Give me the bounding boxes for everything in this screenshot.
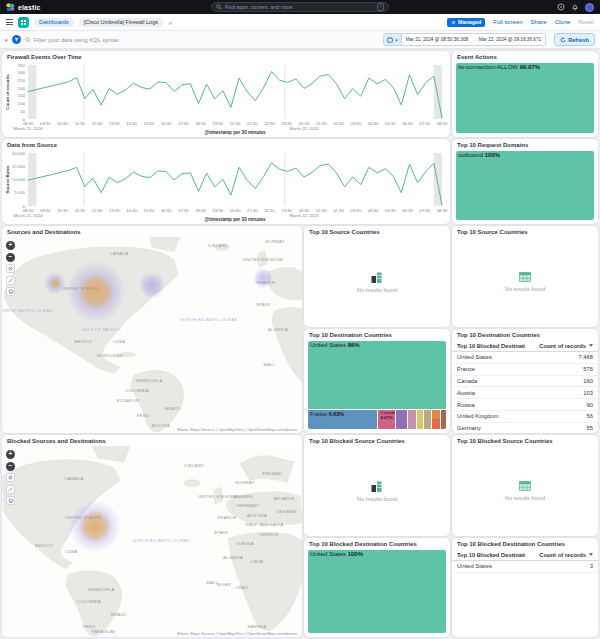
table-header-country[interactable]: Top 10 Blocked Destination C [452, 549, 525, 561]
notifications-bell-icon[interactable] [571, 3, 579, 11]
treemap-cell-outbound[interactable]: outbound 100% [456, 151, 594, 220]
treemap-cell[interactable] [432, 410, 440, 429]
panel-firewall-events-over-time: Firewall Events Over Time 05010015020025… [2, 51, 450, 137]
request-domains-treemap[interactable]: outbound 100% [456, 151, 594, 220]
table-cell-country: Russia [452, 399, 525, 411]
treemap-cell-fw-connection-allow[interactable]: fw-connection-ALLOW 99.97% [456, 63, 594, 133]
panel-title[interactable]: Data from Source [2, 139, 450, 149]
table-cell-count: 160 [525, 375, 598, 387]
menu-hamburger-icon[interactable] [6, 19, 13, 25]
refresh-button[interactable]: Refresh [554, 33, 595, 46]
svg-text:250: 250 [18, 78, 26, 83]
zoom-out-button[interactable]: − [6, 253, 15, 262]
panel-title[interactable]: Event Actions [452, 51, 598, 61]
svg-text:04:30: 04:30 [368, 208, 379, 213]
global-search[interactable]: / [211, 2, 389, 12]
table-cell-count: 55 [525, 422, 598, 433]
help-icon[interactable] [557, 3, 565, 11]
measure-button[interactable] [6, 485, 15, 494]
clone-button[interactable]: Clone [555, 19, 571, 25]
full-screen-button[interactable]: Full screen [493, 19, 522, 25]
share-button[interactable]: Share [531, 19, 547, 25]
event-actions-treemap[interactable]: fw-connection-ALLOW 99.97% [456, 63, 594, 133]
managed-badge[interactable]: Managed [447, 18, 485, 27]
treemap-cell-france[interactable]: France 6.63% [308, 410, 377, 429]
user-avatar[interactable] [585, 3, 594, 12]
date-from[interactable]: Mar 21, 2024 @ 08:50:36.308 [406, 37, 468, 42]
table-cell-count: 576 [525, 363, 598, 375]
no-results-label: No results found [357, 287, 397, 293]
search-icon [25, 37, 31, 43]
measure-button[interactable] [6, 276, 15, 285]
check-icon: ✓ [168, 19, 173, 26]
table-row: United Kingdom56 [452, 410, 598, 422]
reset-view-button[interactable] [6, 264, 15, 273]
blocked-sources-destinations-map[interactable]: CANADAUNITED STATESMEXICOCUBAICELANDFINL… [2, 446, 302, 637]
kql-query-input[interactable] [34, 37, 380, 43]
panel-title[interactable]: Top 10 Source Countries [304, 226, 450, 236]
table-cell-count: 7,468 [525, 352, 598, 364]
treemap-cell-canada[interactable]: Canada 2.07% [378, 410, 395, 429]
global-search-input[interactable] [225, 4, 374, 10]
treemap-cell[interactable] [408, 410, 416, 429]
layers-tools-button[interactable] [6, 496, 15, 505]
treemap-cell[interactable] [424, 410, 431, 429]
panel-title[interactable]: Sources and Destinations [2, 226, 302, 236]
treemap-cell[interactable] [396, 410, 406, 429]
table-header-count[interactable]: Count of records [525, 549, 598, 561]
panel-top-blocked-destination-countries-table: Top 10 Blocked Destination Countries Top… [452, 538, 598, 637]
svg-text:06:30: 06:30 [402, 121, 413, 126]
treemap-cell[interactable] [417, 410, 424, 429]
destination-countries-treemap[interactable]: United States 86%France 6.63%Canada 2.07… [308, 341, 446, 429]
panel-title[interactable]: Top 10 Destination Countries [452, 329, 598, 339]
table-row: Russia90 [452, 399, 598, 411]
panel-title[interactable]: Top 10 Destination Countries [304, 329, 450, 339]
table-header-count[interactable]: Count of records [525, 340, 598, 352]
saved-query-filter-icon[interactable] [12, 35, 21, 44]
panel-title[interactable]: Top 10 Request Domains [452, 139, 598, 149]
panel-top-request-domains: Top 10 Request Domains outbound 100% [452, 139, 598, 224]
kql-query-bar[interactable] [25, 37, 380, 43]
treemap-cell-united-states[interactable]: United States 100% [308, 550, 446, 633]
svg-text:02:30: 02:30 [333, 208, 344, 213]
layers-tools-button[interactable] [6, 287, 15, 296]
global-header: elastic / [0, 0, 600, 14]
treemap-cell[interactable] [441, 410, 446, 429]
panel-title[interactable]: Top 10 Blocked Destination Countries [304, 538, 450, 548]
breadcrumb-dashboards[interactable]: Dashboards [34, 18, 74, 27]
panel-title[interactable]: Top 10 Source Countries [452, 226, 598, 236]
map-attribution[interactable]: Elastic Maps Service | OpenMapTiles | Op… [175, 631, 299, 636]
reset-button[interactable]: Reset [578, 19, 594, 25]
no-results-bar-chart-icon [371, 481, 383, 492]
panel-title[interactable]: Top 10 Blocked Destination Countries [452, 538, 598, 548]
panel-title[interactable]: Blocked Sources and Destinations [2, 435, 302, 445]
treemap-label: fw-connection-ALLOW 99.97% [458, 64, 540, 71]
map-canvas [2, 237, 302, 433]
sources-destinations-map[interactable]: CANADAUNITED STATESMEXICOCUBAHONDURASVEN… [2, 237, 302, 433]
table-header-country[interactable]: Top 10 Blocked Destination C [452, 340, 525, 352]
no-results-label: No results found [505, 286, 545, 292]
zoom-in-button[interactable]: + [6, 450, 15, 459]
treemap-subcell [432, 410, 440, 420]
panel-title[interactable]: Firewall Events Over Time [2, 51, 450, 61]
map-attribution[interactable]: Elastic Maps Service | OpenMapTiles | Op… [175, 427, 299, 432]
svg-text:50: 50 [20, 109, 25, 114]
breadcrumb-current-dashboard[interactable]: [Cisco Umbrella] Firewall Logs [79, 18, 163, 27]
blocked-destination-countries-treemap[interactable]: United States 100% [308, 550, 446, 633]
panel-title[interactable]: Top 10 Blocked Source Countries [304, 435, 450, 445]
svg-text:11:30: 11:30 [75, 121, 86, 126]
dashboard-app-icon[interactable] [18, 17, 29, 28]
firewall-events-line-chart[interactable]: 05010015020025030035008:3009:3010:3011:3… [4, 62, 448, 135]
date-to[interactable]: Mar 22, 2024 @ 09:16:36.671 [479, 37, 541, 42]
treemap-cell-united-states[interactable]: United States 86% [308, 341, 446, 409]
reset-view-button[interactable] [6, 473, 15, 482]
treemap-label: United States 100% [310, 551, 363, 558]
product-name: elastic [18, 4, 41, 11]
zoom-in-button[interactable]: + [6, 241, 15, 250]
data-from-source-line-chart[interactable]: 05,00010,00015,00020,00008:3009:3010:301… [4, 150, 448, 222]
panel-title[interactable]: Top 10 Blocked Source Countries [452, 435, 598, 445]
calendar-button[interactable]: ▾ [384, 34, 402, 45]
filter-menu-chevron-icon[interactable]: ▾ [5, 37, 8, 43]
zoom-out-button[interactable]: − [6, 462, 15, 471]
elastic-logo[interactable]: elastic [6, 3, 41, 12]
